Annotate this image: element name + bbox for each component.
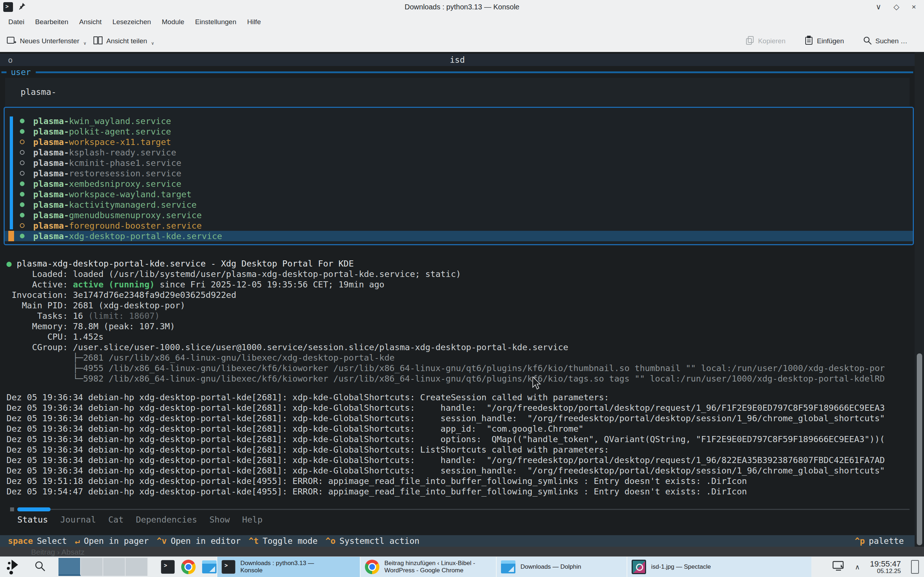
task-chrome[interactable]: Beitrag hinzufügen ‹ Linux-Bibel - WordP… xyxy=(360,557,496,577)
tab-help[interactable]: Help xyxy=(242,515,263,525)
task-konsole[interactable]: Downloads : python3.13 — Konsole xyxy=(216,557,360,577)
konsole-icon xyxy=(221,560,235,574)
shortcut-toggle-mode[interactable]: ^tToggle mode xyxy=(249,536,318,546)
digital-clock[interactable]: 19:55:47 05.12.25 xyxy=(870,560,901,574)
unit-scope-tab[interactable]: user xyxy=(2,68,913,76)
list-scrollbar[interactable] xyxy=(10,116,13,229)
chevron-down-icon: ∨ xyxy=(83,41,87,46)
toolbar-copy-button: Kopieren xyxy=(745,36,785,47)
toolbar-split-view-button[interactable]: Ansicht teilen∨ xyxy=(93,36,155,47)
spectacle-icon xyxy=(632,560,646,574)
active-dot-icon xyxy=(20,213,24,218)
tab-cat[interactable]: Cat xyxy=(108,515,123,525)
status-line: CPU: 1.452s xyxy=(6,332,885,342)
status-line: └─5982 /lib/x86_64-linux-gnu/libexec/kf6… xyxy=(6,374,885,384)
shortcut-open-in-editor[interactable]: ^vOpen in editor xyxy=(157,536,241,546)
system-tray: ∧ 19:55:47 05.12.25 xyxy=(832,560,919,574)
virtual-desktop-1[interactable] xyxy=(58,558,81,576)
terminal-scrollbar-thumb[interactable] xyxy=(917,353,922,545)
shortcut-select[interactable]: spaceSelect xyxy=(8,536,67,546)
tab-status[interactable]: Status xyxy=(17,515,48,525)
palette-shortcut[interactable]: ^p palette xyxy=(855,536,904,546)
unit-search-input[interactable]: plasma- xyxy=(5,78,909,106)
split-view-icon xyxy=(93,36,103,47)
maximize-button[interactable]: ◇ xyxy=(894,3,900,11)
application-launcher-icon[interactable] xyxy=(6,559,23,575)
status-line: ● plasma-xdg-desktop-portal-kde.service … xyxy=(6,259,885,269)
menu-einstellungen[interactable]: Einstellungen xyxy=(190,18,242,26)
active-dot-icon xyxy=(20,234,24,239)
journal-line: Dez 05 19:36:34 debian-hp xdg-desktop-po… xyxy=(6,466,885,476)
inactive-circle-icon xyxy=(20,171,24,176)
active-dot-icon xyxy=(20,181,24,186)
pinned-launchers xyxy=(161,560,216,574)
inactive-circle-icon xyxy=(20,223,24,228)
unit-row[interactable]: plasma-restoresession.service xyxy=(5,168,913,179)
menu-ansicht[interactable]: Ansicht xyxy=(74,18,107,26)
task-label: Downloads — Dolphin xyxy=(520,563,622,571)
chrome-launcher-icon[interactable] xyxy=(181,560,195,574)
screen-tool-tray-icon[interactable] xyxy=(832,561,845,573)
minimize-button[interactable]: ∨ xyxy=(876,3,881,11)
virtual-desktop-3[interactable] xyxy=(103,558,126,576)
unit-row[interactable]: plasma-kcminit-phase1.service xyxy=(5,158,913,168)
show-desktop-button[interactable] xyxy=(911,560,919,574)
unit-row[interactable]: plasma-workspace-x11.target xyxy=(5,137,913,147)
virtual-desktop-pager xyxy=(58,558,148,576)
close-button[interactable]: × xyxy=(912,3,916,11)
toolbar-paste-button[interactable]: Einfügen xyxy=(804,36,844,47)
clock-time: 19:55:47 xyxy=(870,560,901,568)
journal-line: Dez 05 19:36:34 debian-hp xdg-desktop-po… xyxy=(6,403,885,413)
task-dolphin[interactable]: Downloads — Dolphin xyxy=(496,557,627,577)
terminal-area[interactable]: o isd user plasma- plasma-kwin_wayland.s… xyxy=(0,52,924,547)
unit-row[interactable]: plasma-polkit-agent.service xyxy=(5,126,913,137)
unit-row[interactable]: plasma-foreground-booster.service xyxy=(5,220,913,231)
journal-line: Dez 05 19:36:34 debian-hp xdg-desktop-po… xyxy=(6,455,885,466)
tab-journal[interactable]: Journal xyxy=(60,515,96,525)
toolbar-new-tab-button[interactable]: Neues Unterfenster∨ xyxy=(6,36,87,47)
expand-tray-icon[interactable]: ∧ xyxy=(855,563,860,571)
unit-row[interactable]: plasma-xembedsniproxy.service xyxy=(5,179,913,189)
task-spectacle[interactable]: isd-1.jpg — Spectacle xyxy=(627,557,811,577)
toolbar-search-button[interactable]: Suchen … xyxy=(863,36,908,47)
virtual-desktop-2[interactable] xyxy=(81,558,103,576)
menu-bearbeiten[interactable]: Bearbeiten xyxy=(30,18,74,26)
scroll-indicator-square xyxy=(10,508,14,511)
systemctl-status-output: ● plasma-xdg-desktop-portal-kde.service … xyxy=(6,259,885,384)
tab-show[interactable]: Show xyxy=(209,515,230,525)
active-dot-icon xyxy=(20,192,24,197)
task-label: Beitrag hinzufügen ‹ Linux-Bibel - WordP… xyxy=(384,560,482,574)
menu-hilfe[interactable]: Hilfe xyxy=(242,18,267,26)
unit-row[interactable]: plasma-kactivitymanagerd.service xyxy=(5,200,913,210)
unit-row[interactable]: plasma-kwin_wayland.service xyxy=(5,116,913,126)
unit-row[interactable]: plasma-xdg-desktop-portal-kde.service xyxy=(5,231,913,241)
unit-row[interactable]: plasma-gmenudbusmenuproxy.service xyxy=(5,210,913,220)
toolbar: Neues Unterfenster∨Ansicht teilen∨ Kopie… xyxy=(0,30,924,52)
window-title: Downloads : python3.13 — Konsole xyxy=(405,3,519,11)
konsole-app-icon xyxy=(3,2,13,12)
search-icon[interactable] xyxy=(34,560,46,574)
status-line: Memory: 78.8M (peak: 107.3M) xyxy=(6,321,885,332)
active-dot-icon xyxy=(20,129,24,134)
tab-rule xyxy=(36,71,913,73)
dolphin-icon xyxy=(501,561,515,574)
scroll-indicator-thumb[interactable] xyxy=(17,508,50,511)
copy-icon xyxy=(745,36,755,47)
tab-user-label: user xyxy=(11,68,31,77)
menu-module[interactable]: Module xyxy=(156,18,189,26)
tab-dependencies[interactable]: Dependencies xyxy=(136,515,197,525)
menu-lesezeichen[interactable]: Lesezeichen xyxy=(107,18,157,26)
status-line: CGroup: /user.slice/user-1000.slice/user… xyxy=(6,342,885,353)
journal-line: Dez 05 19:36:34 debian-hp xdg-desktop-po… xyxy=(6,392,885,403)
pin-icon xyxy=(18,2,26,11)
konsole-launcher-icon[interactable] xyxy=(161,560,175,574)
palette-key: ^p xyxy=(855,536,865,546)
virtual-desktop-4[interactable] xyxy=(126,558,148,576)
unit-row[interactable]: plasma-workspace-wayland.target xyxy=(5,189,913,200)
dolphin-launcher-icon[interactable] xyxy=(202,561,216,574)
task-label: isd-1.jpg — Spectacle xyxy=(651,563,803,571)
unit-row[interactable]: plasma-ksplash-ready.service xyxy=(5,147,913,158)
shortcut-systemctl-action[interactable]: ^oSystemctl action xyxy=(326,536,419,546)
menu-datei[interactable]: Datei xyxy=(3,18,30,26)
shortcut-open-in-pager[interactable]: ↵Open in pager xyxy=(75,536,149,546)
